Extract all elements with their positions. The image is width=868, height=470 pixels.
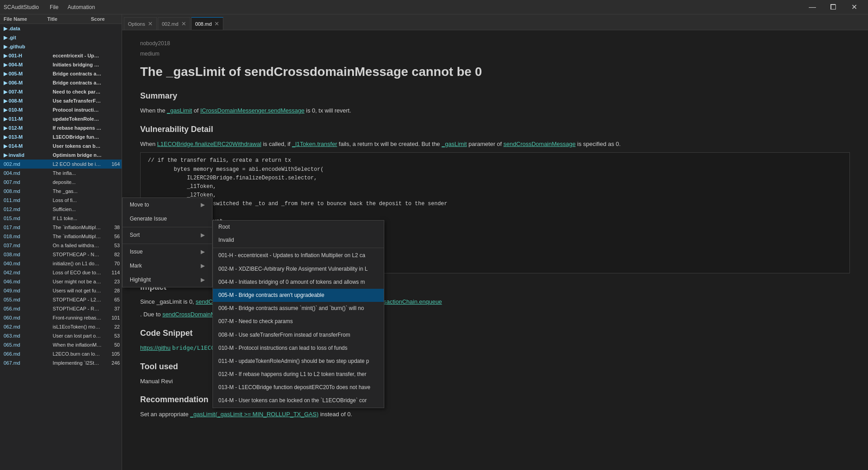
sidebar-title: isL1EcoToken() modifier err...: [53, 324, 102, 329]
sidebar-item[interactable]: 063.md User can lost part of token,... 5…: [0, 331, 122, 340]
menu-file[interactable]: File: [46, 2, 62, 12]
sidebar-item[interactable]: ▶ 006-M Bridge contracts assume `...: [0, 78, 122, 87]
tab-close[interactable]: ✕: [214, 20, 219, 27]
submenu-item-5[interactable]: 005-M - Bridge contracts aren't upgradea…: [213, 289, 384, 302]
l1Token-link[interactable]: _l1Token.transfer: [292, 141, 337, 147]
submenu-arrow: ▶: [201, 201, 205, 209]
submenu-item-11[interactable]: 012-M - If rebase happens during L1 to L…: [213, 368, 384, 381]
submenu-item-1[interactable]: Invalid: [213, 234, 384, 247]
submenu-item-8[interactable]: 008-M - Use safeTransferFrom instead of …: [213, 329, 384, 342]
sidebar-filename: 067.md: [4, 360, 53, 366]
sidebar-filename: 062.md: [4, 324, 53, 329]
gasLimit-link[interactable]: _gasLimit: [167, 107, 192, 114]
sendMessage-link[interactable]: ICrossDomainMessenger.sendMessage: [200, 107, 305, 114]
sidebar-item[interactable]: 017.md The `inflationMultiplier` of ... …: [0, 223, 122, 232]
sidebar-score: 28: [102, 288, 120, 293]
sidebar-item[interactable]: ▶ 014-M User tokens can be locked ...: [0, 141, 122, 150]
submenu-item-7[interactable]: 007-M - Need to check params: [213, 315, 384, 328]
submenu-item-3[interactable]: 002-M - XDZIBEC-Arbitrary Role Assignmen…: [213, 263, 384, 276]
sidebar-item[interactable]: 037.md On a failed withdrawal, the... 53: [0, 241, 122, 250]
sidebar-item[interactable]: 060.md Front-running rebase() call... 10…: [0, 313, 122, 322]
sidebar-item[interactable]: ▶ .github: [0, 42, 122, 51]
sidebar-item[interactable]: ▶ 011-M updateTokenRoleAdmin() s...: [0, 114, 122, 123]
vulnerability-heading: Vulnerability Detail: [140, 123, 850, 136]
sidebar-item[interactable]: ▶ 010-M Protocol instructions can l...: [0, 105, 122, 114]
tab-Options[interactable]: Options ✕: [124, 17, 157, 30]
context-menu-label: Highlight: [130, 276, 151, 284]
sidebar-filename: 015.md: [4, 216, 53, 221]
sidebar-item[interactable]: 067.md Implementing `l2Standar... 246: [0, 358, 122, 367]
sidebar-item[interactable]: 056.md STOPTHECAP - Rebase can... 37: [0, 304, 122, 313]
sidebar-score: 50: [102, 342, 120, 348]
summary-text: When the _gasLimit of ICrossDomainMessen…: [140, 106, 850, 116]
sidebar-item[interactable]: 018.md The `inflationMultiplier` of ... …: [0, 232, 122, 241]
sidebar-filename: ▶ 008-M: [4, 98, 53, 104]
context-menu-item-4[interactable]: Mark ▶: [123, 259, 212, 273]
sidebar-item[interactable]: ▶ 013-M L1ECOBridge function depu...: [0, 132, 122, 141]
submenu-item-4[interactable]: 004-M - Initiates bridging of 0 amount o…: [213, 276, 384, 289]
tab-002.md[interactable]: 002.md ✕: [158, 17, 190, 30]
tab-label: 002.md: [162, 21, 179, 27]
context-menu-item-1[interactable]: Generate Issue: [123, 212, 212, 226]
editor-area: Options ✕ 002.md ✕ 008.md ✕ nobody2018 m…: [122, 14, 868, 470]
sidebar-item[interactable]: ▶ 005-M Bridge contracts aren't up...: [0, 69, 122, 78]
sidebar-item[interactable]: ▶ 008-M Use safeTransferFrom inste...: [0, 96, 122, 105]
sidebar-item[interactable]: 066.md L2ECO.burn can lock funds... 105: [0, 349, 122, 358]
sidebar-item[interactable]: 046.md User might not be able to ... 23: [0, 277, 122, 286]
tab-008.md[interactable]: 008.md ✕: [191, 17, 224, 30]
sidebar-item[interactable]: 015.md If L1 toke...: [0, 214, 122, 223]
sidebar-title: When the inflationMultipli...: [53, 342, 102, 348]
sidebar-item[interactable]: 049.md Users will not get funds ba... 28: [0, 286, 122, 295]
submenu-item-0[interactable]: Root: [213, 221, 384, 234]
sidebar-item[interactable]: 042.md Loss of ECO due to Unauth... 114: [0, 268, 122, 277]
sidebar-item[interactable]: 040.md initialize() on L1 dont call r...…: [0, 259, 122, 268]
sidebar-item[interactable]: ▶ 001-H eccentricexit - Updates to I...: [0, 51, 122, 60]
sidebar-item[interactable]: ▶ .git: [0, 33, 122, 42]
sidebar-item[interactable]: ▶ 007-M Need to check params: [0, 87, 122, 96]
sidebar-item[interactable]: ▶ invalid Optimism bridge not supp...: [0, 150, 122, 160]
sidebar-filename: ▶ 010-M: [4, 107, 53, 113]
sidebar-item[interactable]: 002.md L2 ECO should be initialize... 16…: [0, 160, 122, 169]
sidebar-filename: 038.md: [4, 252, 53, 257]
tab-label: Options: [128, 21, 145, 27]
tab-close[interactable]: ✕: [148, 20, 153, 27]
finalizeERC20-link[interactable]: L1ECOBridge.finalizeERC20Withdrawal: [157, 141, 262, 147]
sidebar-filename: ▶ 014-M: [4, 143, 53, 149]
github-link[interactable]: https://githu: [140, 344, 170, 351]
sidebar-item[interactable]: ▶ .data: [0, 24, 122, 33]
close-button[interactable]: ✕: [844, 0, 864, 14]
maximize-button[interactable]: ⧠: [823, 0, 844, 14]
col-filename: File Name: [4, 16, 47, 22]
sidebar-item[interactable]: ▶ 004-M Initiates bridging of 0 amo...: [0, 60, 122, 69]
tab-close[interactable]: ✕: [181, 20, 186, 27]
submenu-item-12[interactable]: 013-M - L1ECOBridge function depositERC2…: [213, 381, 384, 394]
context-menu-item-2[interactable]: Sort ▶: [123, 228, 212, 242]
context-menu-item-0[interactable]: Move to ▶: [123, 198, 212, 212]
sendCross-link[interactable]: sendCrossDomainMessage: [504, 141, 576, 147]
sidebar-title: Use safeTransferFrom inste...: [53, 98, 102, 103]
sidebar-item[interactable]: 007.md deposite...: [0, 178, 122, 187]
minimize-button[interactable]: —: [802, 0, 823, 14]
submenu-item-10[interactable]: 011-M - updateTokenRoleAdmin() should be…: [213, 355, 384, 368]
sidebar-item[interactable]: 012.md Sufficien...: [0, 205, 122, 214]
context-menu-item-3[interactable]: Issue ▶: [123, 245, 212, 259]
sidebar-item[interactable]: 004.md The infla...: [0, 169, 122, 178]
sidebar-item[interactable]: 011.md Loss of fi...: [0, 196, 122, 205]
submenu-item-13[interactable]: 014-M - User tokens can be locked on the…: [213, 394, 384, 407]
sidebar-item[interactable]: 062.md isL1EcoToken() modifier err... 22: [0, 322, 122, 331]
submenu-item-9[interactable]: 010-M - Protocol instructions can lead t…: [213, 342, 384, 355]
sidebar-score: 101: [102, 315, 120, 320]
sidebar-item[interactable]: 038.md STOPTHECAP - No Storag... 82: [0, 250, 122, 259]
submenu-item-6[interactable]: 006-M - Bridge contracts assume `mint()`…: [213, 302, 384, 315]
sidebar-item[interactable]: 065.md When the inflationMultipli... 50: [0, 340, 122, 349]
sidebar-item[interactable]: ▶ 012-M If rebase happens during L...: [0, 123, 122, 132]
sidebar-score: 37: [102, 306, 120, 311]
menu-automation[interactable]: Automation: [64, 2, 99, 12]
sidebar-item[interactable]: 008.md The _gas...: [0, 187, 122, 196]
context-menu-item-5[interactable]: Highlight ▶: [123, 273, 212, 287]
gasLimit2-link[interactable]: _gasLimit: [442, 141, 467, 147]
gasLimit3-link[interactable]: _gasLimit(_gasLimit >= MIN_ROLLUP_TX_GAS…: [190, 411, 319, 418]
sidebar-title: L2ECO.burn can lock funds...: [53, 351, 102, 357]
sidebar-item[interactable]: 055.md STOPTHECAP - L2ECOBrid... 65: [0, 295, 122, 304]
submenu-item-2[interactable]: 001-H - eccentricexit - Updates to Infla…: [213, 249, 384, 262]
